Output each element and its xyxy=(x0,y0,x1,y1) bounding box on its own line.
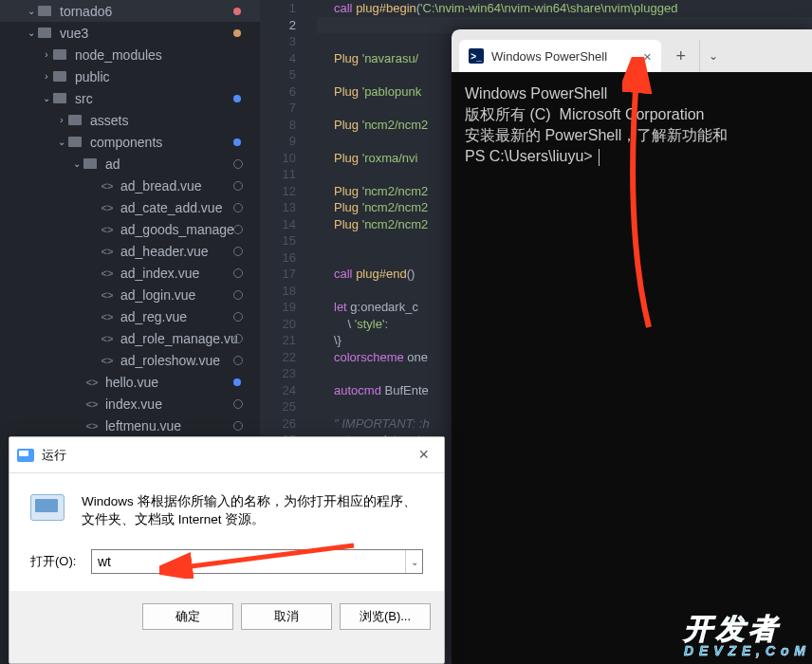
status-circle-icon xyxy=(233,247,243,256)
terminal-content[interactable]: Windows PowerShell版权所有 (C) Microsoft Cor… xyxy=(452,72,812,178)
terminal-tab-powershell[interactable]: >_ Windows PowerShell × xyxy=(459,40,661,72)
line-number: 21 xyxy=(260,332,296,349)
ok-button[interactable]: 确定 xyxy=(142,603,233,630)
tab-dropdown-button[interactable]: ⌄ xyxy=(699,40,728,72)
tree-folder[interactable]: ⌄vue3 xyxy=(0,22,260,44)
run-dialog-title: 运行 xyxy=(42,447,66,464)
terminal-line: 安装最新的 PowerShell，了解新功能和 xyxy=(465,125,799,146)
tree-folder[interactable]: ⌄components xyxy=(0,131,260,153)
powershell-icon: >_ xyxy=(469,48,484,64)
tree-file[interactable]: ad_reg.vue xyxy=(0,305,260,327)
tree-file[interactable]: ad_roleshow.vue xyxy=(0,349,260,371)
tree-folder[interactable]: ⌄ad xyxy=(0,153,260,175)
status-circle-icon xyxy=(233,312,243,322)
tree-file[interactable]: ad_role_manage.vu xyxy=(0,327,260,349)
status-circle-icon xyxy=(233,225,243,234)
close-icon[interactable]: × xyxy=(411,445,436,465)
terminal-tab-title: Windows PowerShell xyxy=(491,49,607,64)
tree-file[interactable]: ad_header.vue xyxy=(0,240,260,262)
line-number: 26 xyxy=(260,415,296,433)
tree-file[interactable]: ad_goods_manage xyxy=(0,218,260,240)
new-tab-button[interactable]: + xyxy=(665,40,697,72)
line-number: 13 xyxy=(260,199,296,216)
cancel-button[interactable]: 取消 xyxy=(241,603,332,630)
open-label: 打开(O): xyxy=(30,553,83,570)
folder-icon xyxy=(68,136,85,149)
tree-file[interactable]: hello.vue xyxy=(0,371,260,393)
tree-file[interactable]: ad_cate_add.vue xyxy=(0,196,260,218)
folder-icon xyxy=(53,70,70,83)
terminal-line: 版权所有 (C) Microsoft Corporation xyxy=(465,104,799,125)
line-number: 9 xyxy=(260,133,296,150)
status-circle-icon xyxy=(233,181,243,191)
tree-item-label: assets xyxy=(90,113,260,128)
status-circle-icon xyxy=(233,334,243,343)
code-line: call plug#begin('C:\nvim-win64\nvim-win6… xyxy=(334,0,812,17)
chevron-icon: › xyxy=(40,48,53,62)
terminal-tabbar: >_ Windows PowerShell × + ⌄ xyxy=(452,29,812,72)
folder-icon xyxy=(38,27,55,40)
vue-file-icon xyxy=(83,398,101,410)
line-number: 18 xyxy=(260,283,296,300)
status-circle-icon xyxy=(233,290,243,300)
tree-folder[interactable]: ›public xyxy=(0,65,260,87)
line-number: 25 xyxy=(260,398,296,415)
folder-icon xyxy=(53,92,70,105)
terminal-line: Windows PowerShell xyxy=(465,83,799,104)
vue-file-icon xyxy=(99,180,116,192)
vue-file-icon xyxy=(99,202,116,213)
tree-file[interactable]: ad_index.vue xyxy=(0,262,260,284)
chevron-icon: ⌄ xyxy=(55,136,68,149)
line-number: 17 xyxy=(260,266,296,283)
terminal-window: >_ Windows PowerShell × + ⌄ Windows Powe… xyxy=(452,29,812,664)
run-combobox[interactable]: ⌄ xyxy=(91,549,423,574)
line-number: 23 xyxy=(260,365,296,382)
line-number: 22 xyxy=(260,349,296,366)
close-icon[interactable]: × xyxy=(643,48,652,65)
line-number: 10 xyxy=(260,150,296,167)
line-number: 2 xyxy=(260,17,296,34)
tree-folder[interactable]: ⌄src xyxy=(0,87,260,109)
run-icon xyxy=(17,449,34,462)
tree-file[interactable]: ad_bread.vue xyxy=(0,175,260,196)
line-number: 6 xyxy=(260,83,296,101)
tree-folder[interactable]: ›assets xyxy=(0,109,260,131)
status-circle-icon xyxy=(233,421,243,431)
vue-file-icon xyxy=(99,224,116,235)
chevron-icon: ⌄ xyxy=(40,92,53,105)
tree-folder[interactable]: ⌄tornado6 xyxy=(0,0,260,22)
line-number: 8 xyxy=(260,117,296,134)
browse-button[interactable]: 浏览(B)... xyxy=(340,603,431,630)
line-number: 16 xyxy=(260,249,296,267)
status-circle-icon xyxy=(233,203,243,212)
tree-folder[interactable]: ›node_modules xyxy=(0,44,260,65)
cursor-icon xyxy=(599,149,600,166)
status-circle-icon xyxy=(233,159,243,169)
chevron-down-icon[interactable]: ⌄ xyxy=(405,550,422,573)
line-number: 19 xyxy=(260,299,296,316)
status-circle-icon xyxy=(233,356,243,365)
run-input[interactable] xyxy=(92,550,405,573)
status-dot-icon xyxy=(233,95,241,102)
run-dialog: 运行 × Windows 将根据你所输入的名称，为你打开相应的程序、文件夹、文档… xyxy=(9,436,445,664)
line-number: 5 xyxy=(260,66,296,83)
vue-file-icon xyxy=(99,311,116,323)
line-number: 24 xyxy=(260,382,296,399)
tree-file[interactable]: leftmenu.vue xyxy=(0,415,260,436)
vue-file-icon xyxy=(99,246,116,257)
tree-item-label: src xyxy=(75,91,260,106)
line-number: 4 xyxy=(260,50,296,67)
tree-item-label: node_modules xyxy=(75,47,260,63)
tree-item-label: tornado6 xyxy=(60,4,260,19)
vue-file-icon xyxy=(83,420,101,432)
tree-file[interactable]: index.vue xyxy=(0,393,260,415)
status-dot-icon xyxy=(233,29,241,37)
chevron-icon: › xyxy=(40,70,53,83)
tree-file[interactable]: ad_login.vue xyxy=(0,284,260,305)
vue-file-icon xyxy=(99,333,116,344)
run-dialog-titlebar: 运行 × xyxy=(9,437,444,473)
line-number: 11 xyxy=(260,166,296,183)
vue-file-icon xyxy=(99,289,116,301)
chevron-icon: ⌄ xyxy=(70,157,83,171)
folder-icon xyxy=(83,157,101,171)
